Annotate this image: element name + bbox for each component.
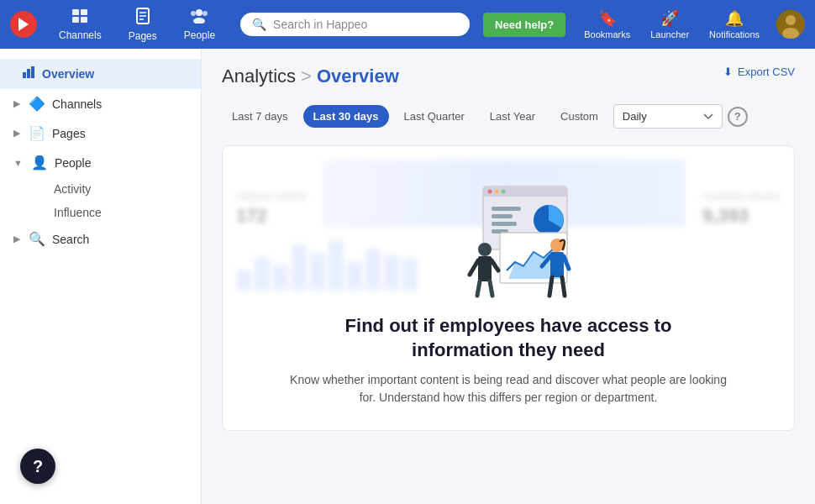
breadcrumb-current: Overview	[317, 66, 399, 87]
breadcrumb-parent: Analytics	[222, 66, 296, 87]
sidebar-item-influence[interactable]: Influence	[44, 201, 201, 224]
overview-icon	[22, 66, 35, 82]
granularity-select[interactable]: Daily Weekly Monthly	[613, 104, 723, 129]
nav-channels[interactable]: Channels	[47, 3, 113, 46]
overlay-description: Know whether important content is being …	[290, 371, 727, 407]
last7-button[interactable]: Last 7 days	[222, 105, 298, 128]
svg-rect-1	[72, 9, 79, 15]
pages-label: Pages	[129, 30, 157, 42]
custom-button[interactable]: Custom	[550, 105, 608, 128]
people-submenu: Activity Influence	[0, 177, 201, 224]
analytics-card: Unique users 172 Channel reads 9,393	[222, 145, 795, 431]
people-nav-label: People	[184, 29, 215, 41]
sidebar-people-label: People	[55, 156, 92, 170]
svg-point-9	[196, 9, 202, 16]
channels-chevron: ▶	[13, 98, 20, 109]
svg-line-33	[470, 260, 478, 275]
notifications-label: Notifications	[709, 29, 760, 39]
pages-chevron: ▶	[13, 128, 20, 139]
last-year-button[interactable]: Last Year	[480, 105, 545, 128]
svg-rect-18	[31, 66, 34, 78]
last30-button[interactable]: Last 30 days	[303, 105, 389, 128]
svg-point-22	[495, 190, 499, 194]
nav-people[interactable]: People	[172, 3, 227, 46]
svg-rect-27	[492, 222, 517, 226]
people-nav-icon	[190, 8, 208, 28]
svg-rect-4	[81, 17, 87, 23]
sidebar-item-search[interactable]: ▶ 🔍 Search	[0, 224, 201, 254]
sidebar-channels-label: Channels	[52, 97, 102, 111]
breadcrumb-separator: >	[301, 66, 312, 87]
search-icon: 🔍	[252, 18, 266, 31]
svg-point-14	[786, 15, 796, 25]
sidebar-pages-label: Pages	[52, 127, 86, 140]
svg-point-21	[488, 190, 492, 194]
page-container: Overview ▶ 🔷 Channels ▶ 📄 Pages ▼ 👤 Peop…	[0, 49, 815, 504]
export-icon: ⬇	[723, 66, 733, 78]
sidebar: Overview ▶ 🔷 Channels ▶ 📄 Pages ▼ 👤 Peop…	[0, 49, 202, 504]
nav-pages[interactable]: Pages	[117, 3, 169, 47]
main-content: Analytics > Overview ⬇ Export CSV Last 7…	[202, 49, 815, 504]
sidebar-item-overview[interactable]: Overview	[0, 59, 201, 89]
bookmarks-label: Bookmarks	[584, 29, 630, 39]
launcher-label: Launcher	[650, 29, 689, 39]
bookmarks-nav-btn[interactable]: 🔖 Bookmarks	[576, 6, 639, 43]
svg-line-36	[490, 281, 492, 296]
time-filter-row: Last 7 days Last 30 days Last Quarter La…	[222, 104, 795, 129]
export-label: Export CSV	[738, 66, 795, 78]
sidebar-item-people[interactable]: ▼ 👤 People	[0, 148, 201, 177]
channels-icon	[71, 8, 88, 28]
sidebar-search-label: Search	[52, 233, 89, 246]
svg-rect-2	[81, 9, 87, 15]
pages-icon	[135, 8, 150, 29]
channels-label: Channels	[59, 29, 102, 41]
svg-rect-17	[27, 69, 30, 78]
svg-point-11	[191, 11, 196, 16]
channels-sidebar-icon: 🔷	[29, 96, 45, 112]
notifications-icon: 🔔	[725, 9, 744, 28]
svg-line-42	[562, 277, 565, 296]
svg-point-10	[193, 18, 205, 24]
people-sidebar-icon: 👤	[31, 155, 48, 171]
svg-point-23	[502, 190, 506, 194]
search-sidebar-icon: 🔍	[29, 231, 45, 247]
activity-label: Activity	[54, 182, 91, 196]
export-csv-button[interactable]: ⬇ Export CSV	[723, 66, 795, 78]
filter-help-icon[interactable]: ?	[728, 107, 748, 127]
launcher-nav-btn[interactable]: 🚀 Launcher	[642, 6, 697, 43]
overlay-illustration	[424, 170, 592, 304]
search-bar[interactable]: 🔍 Search in Happeo	[240, 13, 470, 36]
svg-line-35	[477, 281, 480, 296]
top-navigation: Channels Pages People 🔍 Search in Happeo	[0, 0, 815, 49]
svg-point-12	[202, 11, 208, 16]
sidebar-item-pages[interactable]: ▶ 📄 Pages	[0, 118, 201, 148]
svg-point-31	[478, 243, 492, 256]
notifications-nav-btn[interactable]: 🔔 Notifications	[701, 6, 768, 43]
svg-line-41	[549, 277, 552, 296]
search-placeholder: Search in Happeo	[273, 18, 367, 31]
overlay-title: Find out if employees have access to inf…	[307, 314, 710, 362]
pages-sidebar-icon: 📄	[29, 125, 45, 141]
app-logo[interactable]	[10, 11, 37, 38]
sidebar-item-activity[interactable]: Activity	[44, 177, 201, 201]
people-chevron: ▼	[13, 158, 23, 168]
svg-rect-25	[492, 207, 521, 211]
last-quarter-button[interactable]: Last Quarter	[394, 105, 475, 128]
nav-right-actions: 🔖 Bookmarks 🚀 Launcher 🔔 Notifications	[576, 6, 805, 43]
svg-rect-16	[23, 72, 26, 78]
help-button[interactable]: Need help?	[483, 13, 565, 37]
search-chevron: ▶	[13, 234, 20, 244]
svg-rect-26	[492, 214, 513, 218]
user-avatar[interactable]	[776, 10, 805, 39]
launcher-icon: 🚀	[660, 9, 679, 28]
svg-line-34	[492, 260, 498, 270]
svg-rect-3	[72, 17, 79, 23]
bookmarks-icon: 🔖	[598, 9, 617, 28]
influence-label: Influence	[54, 206, 102, 219]
sidebar-item-channels[interactable]: ▶ 🔷 Channels	[0, 89, 201, 118]
help-fab-button[interactable]: ?	[20, 449, 55, 484]
sidebar-overview-label: Overview	[42, 67, 94, 81]
overlay-modal: Find out if employees have access to inf…	[223, 146, 794, 430]
breadcrumb: Analytics > Overview	[222, 66, 795, 87]
